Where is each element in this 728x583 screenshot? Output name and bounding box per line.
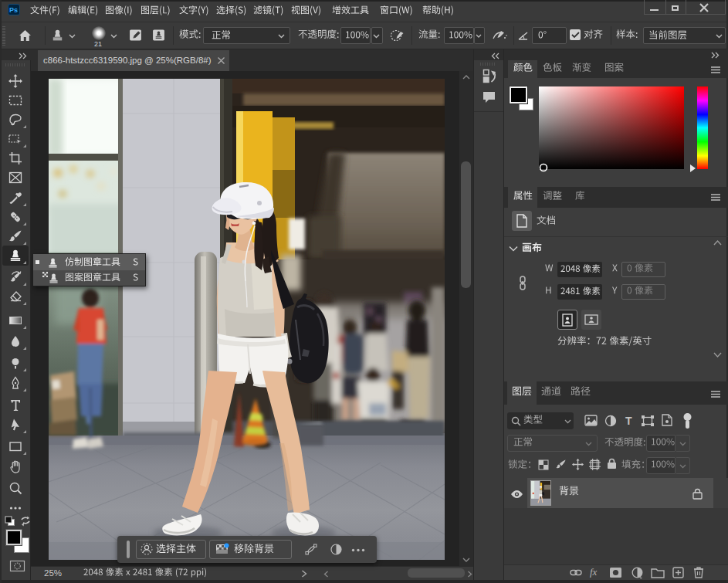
- svg-text:Ps: Ps: [9, 6, 18, 14]
- svg-text:fx: fx: [590, 566, 598, 578]
- svg-text:25%: 25%: [44, 568, 62, 578]
- svg-text:c866-htstzcc6319590.jpg @ 25%(: c866-htstzcc6319590.jpg @ 25%(RGB/8#): [43, 56, 212, 65]
- svg-text:21: 21: [94, 40, 102, 48]
- svg-text:T: T: [625, 415, 632, 427]
